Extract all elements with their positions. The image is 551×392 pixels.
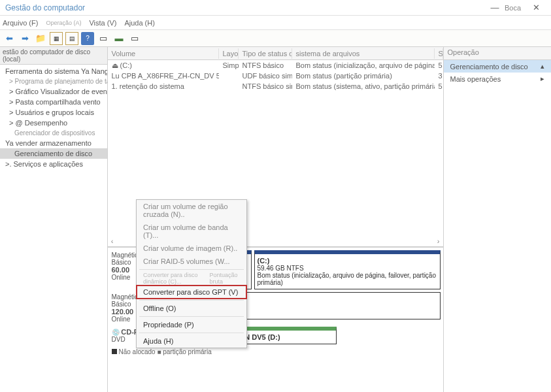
cm-raid5-volume: Criar RAID-5 volumes (W... (137, 255, 246, 268)
collapse-icon: ▴ (541, 62, 544, 71)
vol-row[interactable]: Lu CPB A_X86FRE_ZH-CN_DV 5(D :) UDF bási… (108, 71, 443, 81)
menu-file[interactable]: Arquivo (F) (3, 19, 38, 27)
cm-separator (139, 316, 244, 317)
forward-icon[interactable]: ➡ (18, 32, 31, 45)
tree-disk-mgmt[interactable]: Gerenciamento de disco (0, 148, 107, 159)
boca-label: Boca (505, 4, 521, 12)
cm-convert-dynamic: Converter para disco dinâmico (C)...Pont… (137, 271, 246, 286)
tree-services[interactable]: >. Serviços e aplicações (0, 159, 107, 169)
cm-separator (139, 333, 244, 333)
blank-icon[interactable]: ▭ (128, 32, 141, 45)
tree-users-groups[interactable]: > Usuários e grupos locais (0, 107, 107, 118)
action-disk-mgmt[interactable]: Gerenciamento de disco▴ (444, 60, 552, 73)
window-title: Gestão do computador (5, 3, 85, 12)
tree-scheduler[interactable]: > Programa de planejamento de tarefas (0, 76, 107, 86)
cm-mirror-volume: Criar volume de imagem (R).. (137, 242, 246, 255)
cm-separator (139, 300, 244, 301)
cm-help[interactable]: Ajuda (H) (137, 335, 246, 348)
scroll-left-icon[interactable]: ‹ (108, 237, 117, 245)
help-icon[interactable]: ? (81, 32, 94, 45)
close-button[interactable]: ✕ (526, 3, 546, 12)
cm-offline[interactable]: Offline (O) (137, 302, 246, 315)
context-menu: Criar um volume de região cruzada (N).. … (136, 199, 247, 348)
cm-striped-volume: Criar um volume de banda (T)... (137, 221, 246, 242)
left-header: estão do computador de disco (local) (0, 47, 107, 65)
scroll-right-icon[interactable]: › (434, 237, 443, 245)
col-fs[interactable]: sistema de arquivos (292, 48, 435, 59)
tree-shared-folders[interactable]: > Pasta compartilhada vento (0, 97, 107, 107)
col-type[interactable]: Tipo de status do (239, 48, 292, 59)
menu-action-small[interactable]: Operação (A) (46, 20, 81, 26)
right-header: Operação (444, 47, 552, 60)
cm-spanned-volume: Criar um volume de região cruzada (N).. (137, 200, 246, 221)
col-layout[interactable]: Layout (219, 48, 239, 59)
arrow-right-icon: ▸ (541, 74, 544, 83)
vol-row[interactable]: 1. retenção do sistema NTFS básico simpl… (108, 81, 443, 91)
tree-event-viewer[interactable]: > Gráfico Visualizador de eventos (0, 86, 107, 97)
cal-icon[interactable]: ▤ (65, 32, 78, 45)
tree-performance[interactable]: > @ Desempenho (0, 118, 107, 128)
back-icon[interactable]: ⬅ (3, 32, 16, 45)
bar-icon[interactable]: ▬ (112, 32, 125, 45)
list-icon[interactable]: ▭ (97, 32, 110, 45)
tree-device-mgr[interactable]: Gerenciador de dispositivos (0, 128, 107, 138)
menu-view[interactable]: Vista (V) (89, 19, 116, 27)
partition-c[interactable]: (C:) 59.46 GB NTFS Bom status (inicializ… (254, 250, 441, 289)
col-volume[interactable]: Volume (108, 48, 219, 59)
folder-icon[interactable]: 📁 (34, 32, 47, 45)
grid-icon[interactable]: ▦ (50, 32, 63, 45)
col-s[interactable]: S (435, 48, 443, 59)
tree-root[interactable]: Ferramenta do sistema Ya Nang (0, 66, 107, 76)
action-more[interactable]: Mais operações▸ (444, 73, 552, 85)
vol-row[interactable]: ⏏ (C:) Simples NTFS básico Bom status (i… (108, 60, 443, 71)
minimize-button[interactable]: — (485, 3, 505, 12)
cm-convert-gpt[interactable]: Converter para disco GPT (V) (136, 285, 247, 299)
cm-separator (139, 269, 244, 270)
cm-properties[interactable]: Propriedade (P) (137, 318, 246, 331)
menu-help[interactable]: Ajuda (H) (124, 19, 154, 27)
tree-storage[interactable]: Ya vender armazenamento (0, 138, 107, 148)
